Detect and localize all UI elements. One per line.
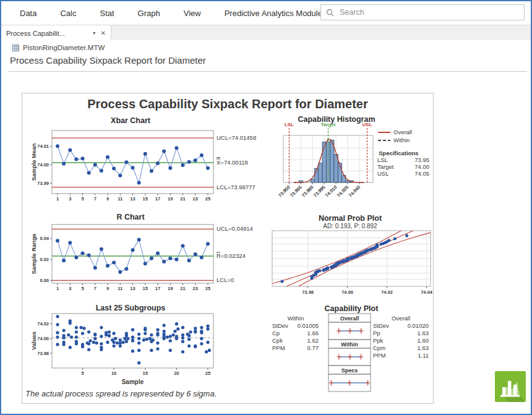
svg-text:21: 21 — [180, 286, 185, 291]
tab-close-icon[interactable]: ✕ — [101, 30, 106, 36]
svg-text:20: 20 — [174, 370, 179, 376]
svg-text:73.950: 73.950 — [277, 184, 291, 199]
tab-label: Process Capabilit... — [6, 30, 88, 37]
svg-text:Cpm: Cpm — [373, 344, 385, 351]
svg-text:Values: Values — [30, 332, 37, 350]
svg-text:Sample Range: Sample Range — [30, 234, 37, 274]
svg-text:Target: Target — [377, 163, 394, 170]
svg-text:Pp: Pp — [373, 330, 380, 336]
menu-predictive-analytics[interactable]: Predictive Analytics Module — [225, 9, 322, 18]
report-title: Process Capability Sixpack Report for Di… — [22, 97, 433, 111]
svg-text:74.00: 74.00 — [37, 162, 49, 168]
svg-text:74.010: 74.010 — [324, 184, 338, 199]
tab-dropdown-icon[interactable]: ▼ — [92, 31, 97, 35]
tab-process-capability[interactable]: Process Capabilit... ▼ ✕ — [1, 25, 111, 41]
svg-text:1: 1 — [56, 286, 59, 291]
svg-text:LCL=0: LCL=0 — [217, 276, 234, 283]
svg-text:73.95: 73.95 — [414, 156, 429, 163]
menu-stat[interactable]: Stat — [100, 9, 114, 18]
svg-text:0.02: 0.02 — [40, 257, 49, 262]
svg-text:11: 11 — [118, 286, 122, 291]
svg-text:0.00: 0.00 — [40, 278, 49, 283]
svg-text:R Chart: R Chart — [116, 213, 145, 221]
svg-text:25: 25 — [205, 370, 210, 376]
app-window: Data Calc Stat Graph View Predictive Ana… — [0, 0, 532, 415]
normal-prob-plot-chart: Normal Prob PlotAD: 0.193, P: 0.89273.98… — [271, 215, 433, 301]
svg-text:74.00: 74.00 — [37, 336, 49, 341]
svg-text:9: 9 — [106, 196, 109, 202]
svg-text:74.02: 74.02 — [381, 289, 393, 295]
worksheet-link[interactable]: PistonRingDiameter.MTW — [12, 44, 105, 51]
svg-text:0.77: 0.77 — [307, 344, 319, 351]
svg-text:Overall: Overall — [393, 129, 412, 135]
minitab-graph-icon[interactable] — [494, 370, 526, 403]
svg-text:Specifications: Specifications — [379, 150, 418, 156]
svg-text:5: 5 — [81, 196, 84, 202]
svg-text:74.02: 74.02 — [37, 321, 49, 327]
r-chart-panel: R ChartSample Range0.000.020.04135791113… — [27, 213, 287, 309]
worksheet-name: PistonRingDiameter.MTW — [23, 44, 105, 51]
svg-text:Cpk: Cpk — [272, 337, 283, 344]
svg-text:73.99: 73.99 — [37, 181, 49, 186]
menu-view[interactable]: View — [184, 9, 201, 18]
graph-canvas[interactable]: Process Capability Sixpack Report for Di… — [22, 93, 434, 404]
svg-text:Target: Target — [321, 122, 336, 127]
svg-text:74.04: 74.04 — [421, 289, 433, 295]
svg-text:PPM: PPM — [272, 344, 285, 351]
menu-data[interactable]: Data — [20, 9, 36, 18]
svg-text:74.00: 74.00 — [414, 163, 429, 170]
capability-histogram-chart: Capability HistogramLSLUSLTarget73.95073… — [272, 114, 433, 215]
svg-text:13: 13 — [130, 286, 135, 291]
svg-text:LSL: LSL — [285, 122, 294, 127]
search-input[interactable] — [338, 7, 519, 17]
svg-text:Xbar Chart: Xbar Chart — [111, 116, 151, 125]
svg-text:9: 9 — [106, 286, 109, 291]
svg-text:1.11: 1.11 — [418, 352, 429, 359]
svg-text:AD: 0.193, P: 0.892: AD: 0.193, P: 0.892 — [323, 223, 377, 229]
svg-text:17: 17 — [155, 196, 160, 202]
capability-plot-panel: Capability PlotOverallWithinSpecsWithinS… — [270, 304, 433, 404]
heading-divider — [9, 71, 527, 72]
svg-text:3: 3 — [69, 286, 71, 291]
svg-text:74.00: 74.00 — [341, 289, 353, 295]
svg-text:11: 11 — [118, 196, 122, 202]
svg-text:0.04: 0.04 — [40, 236, 49, 241]
svg-text:23: 23 — [193, 286, 198, 291]
last25-subgroups-chart: Last 25 SubgroupsValues73.9874.0074.0251… — [27, 305, 287, 389]
svg-text:1.63: 1.63 — [418, 330, 429, 336]
xbar-chart: Xbar ChartSample Mean73.9974.0074.011357… — [27, 116, 287, 208]
svg-text:Last 25 Subgroups: Last 25 Subgroups — [96, 305, 166, 312]
svg-text:7: 7 — [94, 286, 97, 291]
svg-text:17: 17 — [155, 286, 160, 291]
svg-text:3: 3 — [69, 196, 71, 202]
svg-text:1.63: 1.63 — [418, 344, 429, 351]
svg-text:Ppk: Ppk — [373, 337, 384, 344]
menu-graph[interactable]: Graph — [138, 9, 160, 18]
last25-subgroups-panel: Last 25 SubgroupsValues73.9874.0074.0251… — [27, 305, 287, 391]
svg-text:Sample: Sample — [122, 379, 144, 385]
svg-text:1: 1 — [56, 196, 59, 202]
content-area: PistonRingDiameter.MTW Process Capabilit… — [1, 40, 531, 414]
svg-text:0.01020: 0.01020 — [408, 322, 429, 329]
svg-text:74.025: 74.025 — [336, 184, 350, 199]
svg-text:Specs: Specs — [341, 367, 358, 374]
svg-text:1.62: 1.62 — [307, 337, 319, 344]
svg-text:PPM: PPM — [373, 352, 386, 359]
svg-text:X=74.00118: X=74.00118 — [217, 159, 248, 166]
svg-text:73.980: 73.980 — [301, 184, 315, 199]
report-footnote: The actual process spread is represented… — [25, 389, 217, 398]
svg-text:74.040: 74.040 — [348, 184, 362, 199]
svg-text:Within: Within — [288, 315, 304, 322]
svg-text:USL: USL — [363, 122, 372, 127]
svg-text:23: 23 — [193, 196, 198, 202]
r-chart: R ChartSample Range0.000.020.04135791113… — [27, 213, 287, 306]
svg-text:0.01005: 0.01005 — [298, 322, 319, 329]
search-box[interactable] — [320, 4, 525, 20]
menu-calc[interactable]: Calc — [60, 9, 76, 18]
svg-text:Capability Plot: Capability Plot — [325, 304, 379, 313]
svg-text:19: 19 — [168, 196, 173, 202]
normal-prob-plot-panel: Normal Prob PlotAD: 0.193, P: 0.89273.98… — [271, 215, 433, 304]
svg-text:UCL=74.01458: UCL=74.01458 — [217, 134, 256, 141]
capability-plot-chart: Capability PlotOverallWithinSpecsWithinS… — [270, 304, 433, 401]
svg-text:Normal Prob Plot: Normal Prob Plot — [319, 215, 382, 223]
